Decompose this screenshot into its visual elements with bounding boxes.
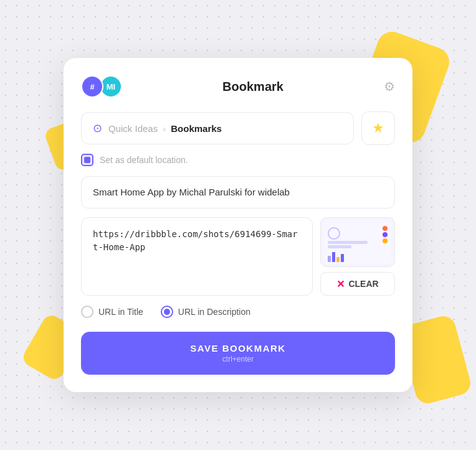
save-bookmark-label: SAVE BOOKMARK: [190, 343, 285, 354]
radio-url-desc-outer: [161, 306, 173, 318]
avatar-mi-initials: MI: [107, 82, 115, 91]
mini-bar-1: [328, 241, 368, 244]
checkbox-check-mark: [84, 157, 90, 163]
location-bookmarks: Bookmarks: [171, 123, 222, 134]
clear-label: CLEAR: [348, 279, 378, 289]
avatar-hash-symbol: #: [90, 82, 94, 91]
chart-bar-2: [332, 252, 335, 262]
radio-url-description[interactable]: URL in Description: [161, 306, 250, 318]
bookmark-card: # MI Bookmark ⚙ ⊙ Quick Ideas › Bookmark…: [64, 58, 412, 392]
radio-url-title-outer: [81, 306, 93, 318]
radio-options-row: URL in Title URL in Description: [81, 306, 395, 318]
clear-x-icon: ✕: [336, 278, 345, 290]
chart-bar-1: [328, 256, 331, 262]
radio-url-desc-label: URL in Description: [178, 307, 250, 317]
mini-dot-3: [383, 238, 388, 243]
mini-dot-2: [383, 232, 388, 237]
save-bookmark-shortcut: ctrl+enter: [222, 355, 254, 363]
url-preview-thumbnail: [320, 217, 395, 267]
mini-mockup: [324, 220, 391, 264]
settings-icon[interactable]: ⚙: [384, 79, 395, 94]
avatar-hash: #: [81, 75, 103, 98]
chart-bar-3: [336, 257, 340, 262]
title-input-wrap: [81, 176, 395, 209]
mini-content: [328, 226, 388, 262]
location-selector[interactable]: ⊙ Quick Ideas › Bookmarks: [81, 112, 354, 144]
default-checkbox[interactable]: [81, 154, 93, 166]
card-header: # MI Bookmark ⚙: [81, 75, 395, 98]
avatar-group: # MI: [81, 75, 122, 98]
location-quick-ideas: Quick Ideas: [108, 123, 158, 134]
page-title: Bookmark: [122, 80, 384, 94]
url-row: ✕ CLEAR: [81, 217, 395, 296]
star-icon: ★: [372, 120, 384, 136]
url-input[interactable]: [93, 228, 301, 267]
mini-dot-1: [383, 226, 388, 231]
location-path: Quick Ideas › Bookmarks: [108, 123, 222, 134]
mini-bar-2: [328, 245, 351, 248]
default-location-row: Set as default location.: [81, 154, 395, 166]
url-input-wrap: [81, 217, 313, 296]
clear-button[interactable]: ✕ CLEAR: [320, 272, 395, 296]
location-row: ⊙ Quick Ideas › Bookmarks ★: [81, 111, 395, 145]
title-input[interactable]: [93, 187, 383, 197]
star-button[interactable]: ★: [361, 111, 395, 145]
pin-icon: ⊙: [93, 121, 102, 135]
mini-bars-chart: [328, 250, 368, 262]
radio-url-title-label: URL in Title: [98, 307, 143, 317]
default-location-label: Set as default location.: [100, 155, 188, 165]
preview-column: ✕ CLEAR: [320, 217, 395, 296]
radio-url-desc-inner: [164, 309, 170, 315]
mini-circle: [328, 227, 340, 240]
radio-url-title[interactable]: URL in Title: [81, 306, 143, 318]
save-bookmark-button[interactable]: SAVE BOOKMARK ctrl+enter: [81, 332, 395, 375]
mini-right: [370, 226, 388, 262]
mini-left: [328, 226, 368, 262]
chart-bar-4: [341, 254, 344, 262]
location-chevron-icon: ›: [163, 123, 166, 134]
